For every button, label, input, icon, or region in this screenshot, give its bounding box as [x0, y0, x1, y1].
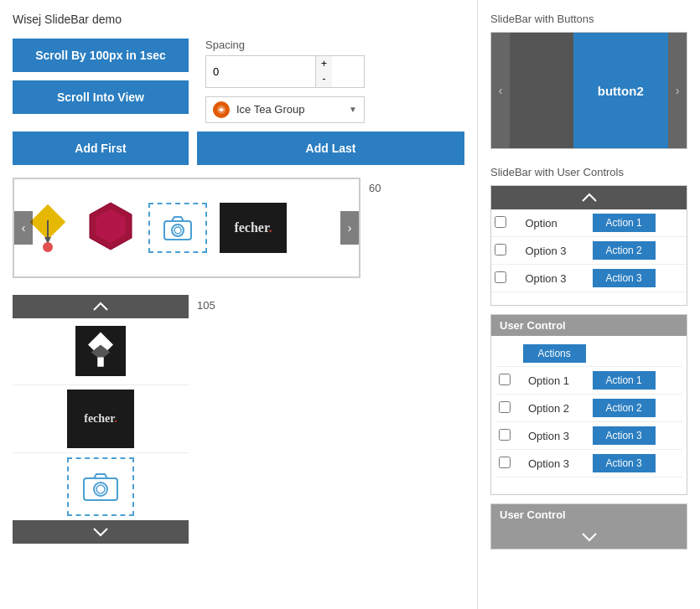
- slidebar-next-button[interactable]: ›: [668, 33, 687, 148]
- spacing-input[interactable]: [206, 61, 315, 82]
- table-row: Option 3 Action 2: [491, 237, 687, 265]
- action1-button[interactable]: Action 1: [593, 214, 656, 232]
- main-option-label-2: Option 2: [525, 395, 589, 422]
- main-action3-button[interactable]: Action 3: [593, 426, 656, 445]
- vertical-slider: fecher.: [13, 295, 189, 544]
- slidebar-buttons-title: SlideBar with Buttons: [490, 13, 687, 25]
- carousel-count: 60: [369, 178, 381, 194]
- uc-table-top: Option Action 1 Option 3 Action 2 Option…: [491, 209, 687, 292]
- slidebar-buttons: ‹ button2 ›: [490, 32, 687, 149]
- main-option-label-1: Option 1: [525, 367, 589, 395]
- svg-point-8: [172, 225, 184, 236]
- main-option-checkbox-4[interactable]: [499, 457, 511, 468]
- main-option-label-3: Option 3: [525, 422, 589, 450]
- slidebar-content: button2: [510, 33, 668, 148]
- option-checkbox-1[interactable]: [495, 216, 506, 228]
- svg-rect-14: [84, 478, 117, 500]
- table-row: Option 3 Action 3: [491, 265, 687, 292]
- main-action1-button[interactable]: Action 1: [593, 371, 656, 390]
- slider-expand-footer[interactable]: [13, 520, 189, 544]
- list-item: [86, 201, 136, 254]
- scroll-view-button[interactable]: Scroll Into View: [13, 80, 189, 114]
- uc-table-main: Actions Option 1 Action 1 Option 2 Actio…: [495, 340, 682, 477]
- option-checkbox-2[interactable]: [495, 244, 506, 255]
- main-option-label-4: Option 3: [525, 450, 589, 477]
- slidebar-prev-button[interactable]: ‹: [491, 33, 510, 148]
- dropdown-brand-icon: [213, 101, 230, 118]
- dropdown[interactable]: Ice Tea Group ▼: [205, 96, 365, 123]
- spacing-label: Spacing: [205, 39, 464, 51]
- table-row: Option 3 Action 3: [495, 422, 682, 450]
- fecher-text: fecher.: [84, 412, 117, 426]
- slidebar-user-title: SlideBar with User Controls: [490, 166, 687, 178]
- uc-header-top[interactable]: [491, 186, 687, 209]
- wisej-logo-svg: [75, 326, 126, 376]
- slidebar-user-controls-top: Option Action 1 Option 3 Action 2 Option…: [490, 185, 687, 306]
- brand-icon-svg: [216, 105, 226, 115]
- slidebar-item-dark: [510, 33, 573, 148]
- list-item: fecher.: [13, 385, 189, 453]
- table-row: Actions: [495, 340, 682, 367]
- carousel-next-button[interactable]: ›: [340, 211, 359, 245]
- main-action2-button[interactable]: Action 2: [593, 399, 656, 417]
- option-label-1: Option: [521, 209, 589, 237]
- hexagon-svg: [86, 201, 136, 251]
- svg-point-9: [174, 227, 181, 234]
- svg-rect-13: [97, 358, 104, 367]
- add-last-button[interactable]: Add Last: [197, 132, 464, 165]
- chevron-up-icon: [92, 302, 109, 312]
- option-label-2: Option 3: [521, 237, 589, 265]
- chevron-down-icon: [92, 527, 109, 537]
- main-action4-button[interactable]: Action 3: [593, 454, 656, 472]
- option-label-3: Option 3: [521, 265, 589, 292]
- uc-box-body: Actions Option 1 Action 1 Option 2 Actio…: [491, 336, 687, 494]
- scroll-button[interactable]: Scroll By 100px in 1sec: [13, 39, 189, 72]
- svg-point-4: [43, 242, 53, 252]
- carousel-inner: fecher.: [14, 179, 295, 276]
- list-item: [13, 318, 189, 385]
- slidebar-item-button2[interactable]: button2: [573, 33, 668, 148]
- user-control-box-main: User Control Actions Option 1 Action 1: [490, 314, 687, 495]
- camera-box: [148, 203, 207, 253]
- add-first-button[interactable]: Add First: [13, 132, 189, 165]
- fecher-label: fecher.: [234, 220, 272, 235]
- spacing-input-container: + -: [205, 55, 365, 88]
- spacing-increment[interactable]: +: [316, 56, 332, 71]
- list-item: [13, 453, 189, 520]
- table-row: Option Action 1: [491, 209, 687, 237]
- list-item: [148, 203, 207, 253]
- action3-button-top[interactable]: Action 3: [593, 269, 656, 287]
- camera-icon-svg: [163, 215, 193, 240]
- carousel-prev-button[interactable]: ‹: [14, 211, 33, 245]
- table-row: Option 3 Action 3: [495, 450, 682, 477]
- uc-chevron-up-icon: [581, 193, 598, 203]
- camera-dashed-box: [67, 457, 134, 516]
- fecher-logo-box: fecher.: [67, 390, 134, 448]
- dropdown-text: Ice Tea Group: [236, 103, 349, 116]
- slider-collapse-header[interactable]: [13, 295, 189, 318]
- page-title: Wisej SlideBar demo: [13, 13, 464, 26]
- spacing-decrement[interactable]: -: [316, 71, 332, 86]
- user-control-box-2: User Control: [490, 503, 687, 550]
- vertical-slider-count: 105: [197, 295, 215, 312]
- spacing-stepper: + -: [315, 56, 332, 87]
- table-row: Option 1 Action 1: [495, 367, 682, 395]
- user-control-label-2: User Control: [491, 504, 687, 525]
- main-option-checkbox-2[interactable]: [499, 401, 511, 413]
- main-option-checkbox-1[interactable]: [499, 374, 511, 385]
- main-option-checkbox-3[interactable]: [499, 429, 511, 441]
- action2-button-top[interactable]: Action 2: [593, 241, 656, 260]
- actions-header-button[interactable]: Actions: [523, 344, 586, 363]
- list-item: fecher.: [220, 203, 287, 253]
- fecher-box: fecher.: [220, 203, 287, 253]
- user-control-label: User Control: [491, 315, 687, 336]
- button2-label: button2: [598, 84, 644, 98]
- uc-chevron-down-icon: [581, 532, 598, 542]
- svg-point-16: [96, 485, 105, 493]
- table-row: Option 2 Action 2: [495, 395, 682, 422]
- horizontal-carousel: ‹: [13, 178, 360, 278]
- dropdown-arrow-icon: ▼: [349, 105, 357, 114]
- camera-dashed-svg: [82, 472, 119, 502]
- option-checkbox-3[interactable]: [495, 271, 506, 283]
- uc-footer[interactable]: [491, 525, 687, 549]
